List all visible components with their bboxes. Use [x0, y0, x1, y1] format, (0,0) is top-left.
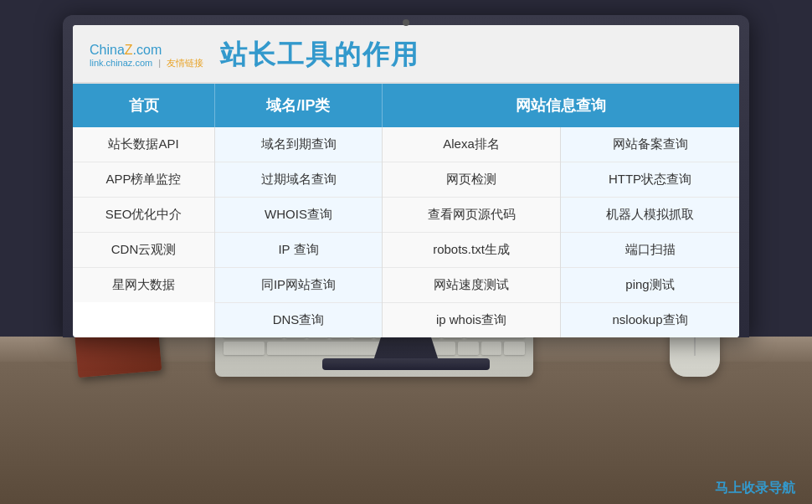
list-item: 端口扫描: [561, 233, 739, 268]
list-item: 机器人模拟抓取: [561, 198, 739, 233]
col-header-3: 网站信息查询: [383, 84, 739, 127]
page-title: 站长工具的作用: [220, 37, 419, 74]
list-item: 过期域名查询: [215, 162, 382, 198]
logo-friend: 友情链接: [167, 58, 203, 68]
monitor-stand-base: [322, 358, 490, 370]
table-container: 首页 域名/IP类 网站信息查询 站长数据API APP榜单监控 SEO优化中介…: [73, 84, 739, 337]
data-col-3: Alexa排名 网页检测 查看网页源代码 robots.txt生成 网站速度测试…: [383, 127, 739, 337]
logo-main-text: ChinaZ.com: [90, 42, 203, 58]
logo-area: ChinaZ.com link.chinaz.com | 友情链接: [90, 42, 203, 69]
list-item: Alexa排名: [383, 127, 560, 162]
key: [481, 342, 502, 355]
watermark-text: 马上收录导航: [715, 480, 795, 497]
monitor: ChinaZ.com link.chinaz.com | 友情链接 站长工具的作…: [63, 15, 749, 337]
col-header-2: 域名/IP类: [215, 84, 383, 127]
list-item: 网站速度测试: [383, 268, 560, 303]
list-item: 查看网页源代码: [383, 198, 560, 233]
key: [504, 342, 525, 355]
data-rows: 站长数据API APP榜单监控 SEO优化中介 CDN云观测 星网大数据 域名到…: [73, 127, 739, 337]
list-item: 同IP网站查询: [215, 268, 382, 303]
list-item: 站长数据API: [73, 127, 214, 162]
data-col-2: 域名到期查询 过期域名查询 WHOIS查询 IP 查询 同IP网站查询 DNS查…: [215, 127, 383, 337]
camera-dot: [403, 19, 409, 26]
list-item: APP榜单监控: [73, 162, 214, 198]
monitor-screen: ChinaZ.com link.chinaz.com | 友情链接 站长工具的作…: [73, 25, 739, 337]
list-item: ping测试: [561, 268, 739, 303]
logo-com: .com: [133, 43, 162, 57]
list-item: robots.txt生成: [383, 233, 560, 268]
col-header-1: 首页: [73, 84, 215, 127]
data-col-1: 站长数据API APP榜单监控 SEO优化中介 CDN云观测 星网大数据: [73, 127, 215, 337]
list-item: HTTP状态查询: [561, 162, 739, 198]
data-sub-col-3a: Alexa排名 网页检测 查看网页源代码 robots.txt生成 网站速度测试…: [383, 127, 561, 337]
data-sub-col-3b: 网站备案查询 HTTP状态查询 机器人模拟抓取 端口扫描 ping测试 nslo…: [561, 127, 739, 337]
list-item: 网站备案查询: [561, 127, 739, 162]
column-headers: 首页 域名/IP类 网站信息查询: [73, 84, 739, 127]
list-item: 域名到期查询: [215, 127, 382, 162]
logo-link: link.chinaz.com: [90, 58, 152, 68]
logo-subtitle: link.chinaz.com | 友情链接: [90, 58, 203, 69]
key: [458, 342, 479, 355]
logo-z: Z: [125, 43, 133, 57]
logo-china: China: [90, 43, 125, 57]
list-item: DNS查询: [215, 303, 382, 337]
list-item: 星网大数据: [73, 268, 214, 302]
screen-header: ChinaZ.com link.chinaz.com | 友情链接 站长工具的作…: [73, 25, 739, 84]
logo-separator: |: [158, 58, 161, 68]
list-item: CDN云观测: [73, 233, 214, 268]
list-item: ip whois查询: [383, 303, 560, 337]
list-item: IP 查询: [215, 233, 382, 268]
list-item: nslookup查询: [561, 303, 739, 337]
list-item: 网页检测: [383, 162, 560, 198]
mouse-divider: [695, 335, 696, 356]
list-item: WHOIS查询: [215, 198, 382, 233]
key: [224, 342, 265, 355]
list-item: SEO优化中介: [73, 198, 214, 233]
